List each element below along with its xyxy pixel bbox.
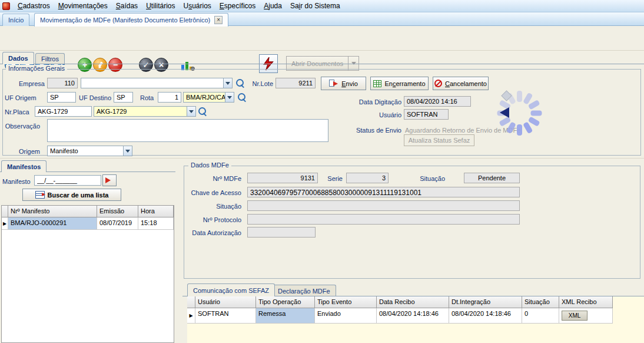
rota-combo-value: BMA/RJO/CAS bbox=[184, 93, 225, 102]
menu-item-usuarios[interactable]: Usuários bbox=[179, 1, 215, 11]
data-autorizacao-field bbox=[247, 227, 316, 238]
rota-label: Rota bbox=[140, 94, 154, 101]
situacao-field: Pendente bbox=[464, 173, 520, 183]
header-tipo-evento: Tipo Evento bbox=[315, 296, 377, 308]
tab-movimentacao-mdfe[interactable]: Movimentação de MDFe (Manifesto Document… bbox=[34, 13, 228, 27]
tab-declaracao-mdfe[interactable]: Declaração MDFe bbox=[272, 285, 336, 296]
tab-inicio[interactable]: Início bbox=[2, 14, 29, 26]
tab-dados[interactable]: Dados bbox=[2, 52, 34, 64]
data-digitacao-label: Data Digitação bbox=[351, 98, 401, 105]
manifesto-go-button[interactable] bbox=[102, 174, 117, 186]
origem-combo[interactable]: Manifesto bbox=[47, 146, 132, 156]
uf-origem-input[interactable] bbox=[47, 92, 76, 103]
cancelamento-button[interactable]: Cancelamento bbox=[433, 77, 489, 90]
xml-button[interactable]: XML bbox=[562, 311, 587, 321]
rota-search-icon[interactable] bbox=[238, 93, 247, 102]
nr-mdfe-label: Nrº MDFe bbox=[194, 175, 241, 182]
header-marker bbox=[187, 296, 195, 308]
situacao-desc-label: Situação bbox=[194, 203, 241, 210]
usuario-label: Usuário bbox=[365, 111, 401, 118]
uf-origem-label: UF Origem bbox=[5, 94, 36, 101]
empresa-code-field: 110 bbox=[47, 78, 78, 88]
chave-acesso-label: Chave de Acesso bbox=[187, 189, 241, 196]
menu-item-cadastros[interactable]: Cadastros bbox=[14, 1, 54, 11]
nr-protocolo-field bbox=[247, 214, 520, 225]
cell-dt-integracao[interactable]: 08/04/2020 14:18:46 bbox=[449, 308, 522, 324]
tab-filtros[interactable]: Filtros bbox=[35, 53, 65, 64]
empresa-combo[interactable] bbox=[81, 78, 233, 88]
rota-input[interactable] bbox=[158, 92, 181, 103]
observacao-label: Observação bbox=[5, 123, 40, 130]
menu-item-especificos[interactable]: Específicos bbox=[215, 1, 260, 11]
nr-placa-search-icon[interactable] bbox=[198, 107, 207, 116]
cancelamento-icon bbox=[434, 80, 442, 87]
chevron-down-icon bbox=[125, 150, 130, 155]
cell-usuario[interactable]: SOFTRAN bbox=[195, 308, 256, 324]
origem-combo-value: Manifesto bbox=[48, 146, 123, 156]
observacao-textarea[interactable] bbox=[47, 119, 328, 142]
sefaz-grid-row[interactable]: ▶ SOFTRAN Remessa Enviado 08/04/2020 14:… bbox=[187, 308, 644, 324]
header-marker bbox=[2, 206, 8, 217]
menu-item-utilitarios[interactable]: Utilitários bbox=[142, 1, 179, 11]
cell-data-recibo[interactable]: 08/04/2020 14:18:46 bbox=[377, 308, 449, 324]
rota-combo[interactable]: BMA/RJO/CAS bbox=[183, 92, 234, 103]
origem-label: Origem bbox=[16, 148, 40, 155]
header-situacao: Situação bbox=[522, 296, 559, 308]
uf-destino-label: UF Destino bbox=[79, 94, 111, 101]
header-data-recibo: Data Recibo bbox=[377, 296, 449, 308]
tab-comunicacao-sefaz[interactable]: Comunicação com SEFAZ bbox=[187, 283, 275, 296]
serie-label: Serie bbox=[323, 175, 343, 182]
menu-bar: Cadastros Movimentações Saídas Utilitári… bbox=[0, 0, 644, 12]
red-arrow-icon bbox=[105, 177, 114, 183]
situacao-desc-field bbox=[247, 200, 520, 211]
atualiza-status-sefaz-button[interactable]: Atualiza Status Sefaz bbox=[404, 134, 474, 146]
manifesto-mask-input[interactable] bbox=[34, 175, 101, 186]
envio-button[interactable]: Envio bbox=[321, 77, 366, 90]
nr-mdfe-field: 9131 bbox=[247, 173, 318, 183]
tab-manifestos[interactable]: Manifestos bbox=[1, 160, 47, 172]
check-icon: ✓ bbox=[142, 61, 150, 69]
cell-situacao[interactable]: 0 bbox=[522, 308, 559, 324]
cell-tipo-evento[interactable]: Enviado bbox=[315, 308, 377, 324]
cell-hora[interactable]: 15:18 bbox=[138, 217, 174, 230]
menu-item-saidas[interactable]: Saídas bbox=[112, 1, 142, 11]
menu-item-ajuda[interactable]: Ajuda bbox=[260, 1, 286, 11]
chevron-down-icon bbox=[225, 82, 230, 87]
document-tab-strip: Início Movimentação de MDFe (Manifesto D… bbox=[0, 12, 644, 26]
loading-spinner-icon bbox=[494, 88, 544, 138]
origem-combo-arrow[interactable] bbox=[123, 146, 132, 156]
nr-placa-combo-arrow[interactable] bbox=[187, 107, 195, 116]
nr-protocolo-label: Nrº Protocolo bbox=[190, 216, 241, 223]
uf-destino-input[interactable] bbox=[114, 92, 133, 103]
cell-xml-recibo: XML bbox=[559, 308, 613, 324]
encerramento-button[interactable]: Encerramento bbox=[370, 77, 429, 90]
cell-nr-manifesto[interactable]: BMA/RJO-0000291 bbox=[8, 217, 97, 230]
manifestos-grid-row[interactable]: ▶ BMA/RJO-0000291 08/07/2019 15:18 bbox=[2, 217, 174, 230]
manifesto-label: Manifesto bbox=[2, 178, 31, 185]
chevron-down-icon bbox=[351, 62, 356, 67]
rota-combo-arrow[interactable] bbox=[225, 93, 234, 102]
spinner-arrow-icon bbox=[494, 107, 509, 118]
chevron-down-icon bbox=[189, 110, 194, 116]
serie-field: 3 bbox=[346, 173, 389, 183]
close-tab-icon[interactable]: × bbox=[214, 16, 223, 24]
manifestos-grid-header: Nrº Manifesto Emissão Hora bbox=[2, 206, 174, 217]
app-icon bbox=[2, 2, 10, 10]
empresa-search-icon[interactable] bbox=[236, 79, 245, 88]
empresa-combo-arrow[interactable] bbox=[223, 78, 232, 88]
nr-placa-input[interactable] bbox=[35, 106, 92, 117]
cell-tipo-operacao[interactable]: Remessa bbox=[256, 308, 315, 324]
app-window: Cadastros Movimentações Saídas Utilitári… bbox=[0, 0, 644, 343]
menu-item-sair[interactable]: Sair do Sistema bbox=[286, 1, 344, 11]
envio-icon bbox=[329, 80, 338, 88]
horizontal-splitter[interactable] bbox=[0, 158, 644, 159]
cell-emissao[interactable]: 08/07/2019 bbox=[97, 217, 138, 230]
header-tipo-operacao: Tipo Operação bbox=[256, 296, 315, 308]
menu-item-movimentacoes[interactable]: Movimentações bbox=[54, 1, 112, 11]
buscar-lista-button[interactable]: Buscar de uma lista bbox=[22, 189, 121, 201]
nr-lote-label: Nr.Lote bbox=[247, 80, 273, 87]
chave-acesso-field: 3320040697957700068858003000009131111913… bbox=[247, 187, 520, 197]
nr-placa-combo[interactable]: AKG-1729 bbox=[94, 106, 196, 117]
header-nr-manifesto: Nrº Manifesto bbox=[8, 206, 97, 217]
minus-icon: − bbox=[113, 61, 118, 69]
